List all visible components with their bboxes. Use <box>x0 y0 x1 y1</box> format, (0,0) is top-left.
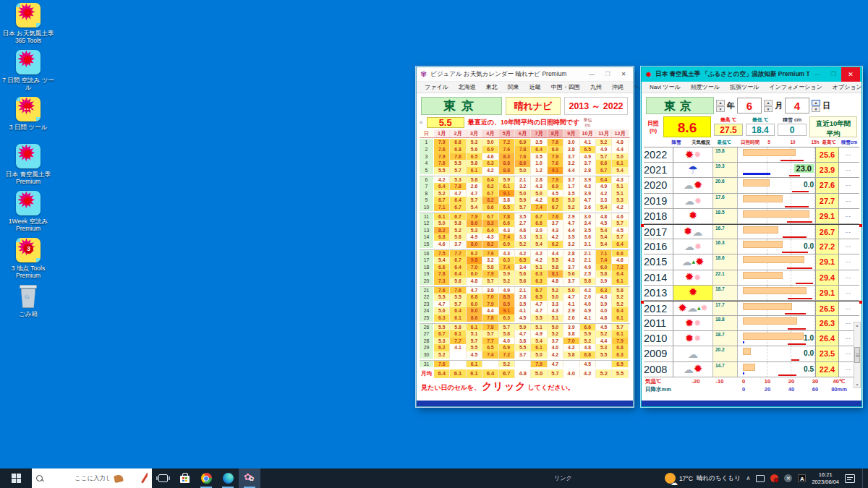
calendar-cell[interactable]: 7.9 <box>531 361 547 367</box>
calendar-cell[interactable]: 3.4 <box>515 264 531 271</box>
calendar-cell[interactable]: 7.8 <box>482 314 498 322</box>
hidden-icons-chevron-icon[interactable]: ∧ <box>746 475 751 481</box>
calendar-cell[interactable]: 6.2 <box>467 250 482 257</box>
adobe-tray-icon[interactable]: A <box>798 474 806 482</box>
calendar-cell[interactable]: 5.0 <box>515 190 531 197</box>
calendar-cell[interactable]: 4.8 <box>467 278 482 285</box>
calendar-cell[interactable]: 5.0 <box>531 190 547 197</box>
calendar-cell[interactable]: 7.8 <box>450 183 466 190</box>
menu-item[interactable]: 中国・四国 <box>546 83 585 91</box>
calendar-cell[interactable]: 4.9 <box>531 330 547 338</box>
menu-item[interactable]: 頻度ツール <box>686 83 725 91</box>
calendar-cell[interactable]: 7.9 <box>434 139 450 146</box>
desktop-icon[interactable]: ✹✹日本 お天気風土季365 Tools <box>0 3 56 48</box>
calendar-cell[interactable]: 3.3 <box>548 301 563 308</box>
calendar-cell[interactable]: 4.2 <box>548 351 563 359</box>
calendar-cell[interactable]: 6.1 <box>612 160 628 167</box>
calendar-cell[interactable]: 6.7 <box>482 213 498 220</box>
calendar-cell[interactable]: 9.1 <box>548 167 563 174</box>
calendar-cell[interactable]: 5.8 <box>467 160 482 167</box>
menu-item[interactable]: ファイル <box>420 83 454 91</box>
calendar-cell[interactable]: 7.9 <box>548 176 563 183</box>
year-row[interactable]: 2014✹✹22.129.4-- <box>644 270 859 286</box>
calendar-cell[interactable]: 5.7 <box>612 220 628 227</box>
calendar-cell[interactable]: 6.3 <box>531 270 547 278</box>
maximize-icon[interactable]: ❐ <box>600 67 616 81</box>
calendar-cell[interactable]: 5.6 <box>450 278 466 285</box>
calendar-cell[interactable]: 7.2 <box>499 351 515 359</box>
calendar-cell[interactable]: 7.6 <box>515 153 531 160</box>
calendar-cell[interactable]: 4.1 <box>450 344 466 351</box>
calendar-cell[interactable]: 8.0 <box>467 307 482 314</box>
calendar-cell[interactable]: 3.7 <box>563 153 579 160</box>
calendar-cell[interactable]: 4.5 <box>580 361 596 367</box>
calendar-cell[interactable]: 5.7 <box>467 338 482 345</box>
monthly-average-cell[interactable]: 4.0 <box>563 369 579 378</box>
calendar-cell[interactable]: 4.7 <box>515 330 531 338</box>
calendar-cell[interactable]: 3.5 <box>515 301 531 308</box>
calendar-cell[interactable]: 6.1 <box>612 278 628 285</box>
calendar-cell[interactable]: 5.2 <box>499 361 515 367</box>
calendar-cell[interactable]: 6.7 <box>531 213 547 220</box>
calendar-cell[interactable]: 7.7 <box>482 338 498 345</box>
calendar-cell[interactable]: 4.2 <box>580 287 596 294</box>
pen-display-tray-icon[interactable] <box>756 475 765 482</box>
calendar-cell[interactable]: 6.6 <box>580 324 596 330</box>
calendar-cell[interactable]: 6.2 <box>482 183 498 190</box>
calendar-cell[interactable]: 2.9 <box>563 213 579 220</box>
desktop-icon[interactable]: ✹✹33 地点 ToolsPremium <box>0 238 56 283</box>
calendar-cell[interactable]: 6.7 <box>482 190 498 197</box>
calendar-cell[interactable]: 4.3 <box>548 307 563 314</box>
menu-item[interactable]: 沖縄 <box>607 83 629 91</box>
calendar-cell[interactable]: 7.6 <box>548 139 563 146</box>
calendar-cell[interactable]: 7.9 <box>482 270 498 278</box>
calendar-cell[interactable]: 5.8 <box>467 176 482 183</box>
edge-button[interactable] <box>217 468 239 488</box>
calendar-cell[interactable]: 5.5 <box>515 344 531 351</box>
microsoft-store-button[interactable] <box>174 468 195 488</box>
calendar-cell[interactable]: 8.1 <box>548 270 563 278</box>
calendar-cell[interactable]: 4.9 <box>467 234 482 241</box>
calendar-cell[interactable]: 5.8 <box>580 278 596 285</box>
calendar-cell[interactable]: 3.7 <box>548 220 563 227</box>
calendar-cell[interactable]: 6.1 <box>467 361 482 367</box>
calendar-cell[interactable]: 2.0 <box>580 294 596 301</box>
year-row[interactable]: 2015☁▲✹18.629.1-- <box>644 254 859 270</box>
calendar-cell[interactable]: 4.7 <box>450 190 466 197</box>
calendar-cell[interactable]: 6.4 <box>434 183 450 190</box>
calendar-cell[interactable]: 1.7 <box>563 183 579 190</box>
calendar-cell[interactable]: 4.9 <box>596 183 612 190</box>
calendar-cell[interactable]: 4.4 <box>548 250 563 257</box>
monthly-average-cell[interactable]: 6.4 <box>434 369 450 378</box>
calendar-cell[interactable]: 4.2 <box>531 257 547 264</box>
calendar-cell[interactable]: 6.0 <box>596 264 612 271</box>
calendar-cell[interactable]: 5.4 <box>596 204 612 211</box>
calendar-cell[interactable]: 8.6 <box>467 220 482 227</box>
calendar-cell[interactable]: 6.3 <box>499 257 515 264</box>
calendar-cell[interactable]: 4.7 <box>548 361 563 367</box>
calendar-cell[interactable]: 6.1 <box>450 314 466 322</box>
calendar-cell[interactable]: 5.4 <box>596 234 612 241</box>
monthly-average-cell[interactable]: 6.1 <box>450 369 466 378</box>
minimize-icon[interactable]: — <box>584 67 600 81</box>
calendar-cell[interactable]: 6.6 <box>531 220 547 227</box>
calendar-cell[interactable]: 5.7 <box>482 330 498 338</box>
year-row[interactable]: 2011✹✹18.826.3-- <box>644 316 859 331</box>
calendar-cell[interactable]: 6.4 <box>612 307 628 314</box>
calendar-cell[interactable]: 7.9 <box>612 338 628 345</box>
calendar-cell[interactable]: 8.8 <box>499 167 515 174</box>
calendar-cell[interactable]: 3.8 <box>482 287 498 294</box>
month-header[interactable]: 11月 <box>596 129 612 137</box>
calendar-cell[interactable]: 7.6 <box>548 213 563 220</box>
year-row[interactable]: 2010✹✹18.71.026.4-- <box>644 331 859 346</box>
calendar-cell[interactable]: 6.4 <box>450 307 466 314</box>
menu-item[interactable]: 北海道 <box>454 83 481 91</box>
city-box[interactable]: 東京 <box>421 97 502 115</box>
calendar-cell[interactable]: 6.1 <box>531 344 547 351</box>
calendar-cell[interactable]: 4.5 <box>612 227 628 234</box>
calendar-cell[interactable]: 4.4 <box>482 307 498 314</box>
calendar-cell[interactable]: 4.9 <box>596 146 612 153</box>
calendar-cell[interactable]: 2.6 <box>467 183 482 190</box>
year-row[interactable]: 2016☁✹16.30.027.2-- <box>644 239 859 254</box>
calendar-cell[interactable]: 6.9 <box>482 146 498 153</box>
